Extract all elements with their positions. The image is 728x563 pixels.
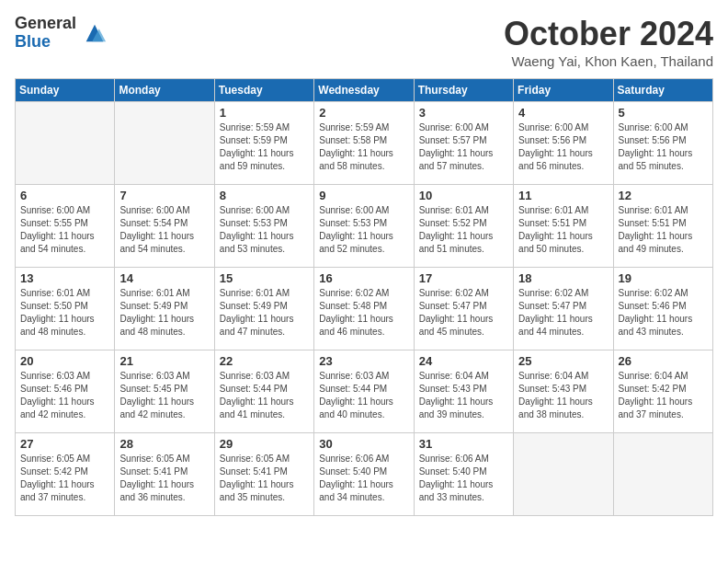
day-number: 28 xyxy=(119,437,209,451)
day-number: 1 xyxy=(220,106,309,120)
day-info: Sunrise: 6:03 AMSunset: 5:46 PMDaylight:… xyxy=(20,370,109,421)
day-info: Sunrise: 6:00 AMSunset: 5:57 PMDaylight:… xyxy=(419,121,508,173)
day-info: Sunrise: 6:04 AMSunset: 5:43 PMDaylight:… xyxy=(518,370,608,421)
day-number: 21 xyxy=(119,354,209,368)
calendar-week-row: 27Sunrise: 6:05 AMSunset: 5:42 PMDayligh… xyxy=(16,433,713,516)
day-number: 22 xyxy=(220,354,309,368)
day-info: Sunrise: 6:01 AMSunset: 5:50 PMDaylight:… xyxy=(20,287,109,339)
weekday-header-row: SundayMondayTuesdayWednesdayThursdayFrid… xyxy=(16,79,713,102)
day-number: 13 xyxy=(20,271,109,285)
day-number: 18 xyxy=(518,271,608,285)
title-section: October 2024 Waeng Yai, Khon Kaen, Thail… xyxy=(504,15,713,69)
page-header: General Blue October 2024 Waeng Yai, Kho… xyxy=(15,15,713,69)
day-info: Sunrise: 6:00 AMSunset: 5:54 PMDaylight:… xyxy=(119,204,209,256)
calendar-cell: 4Sunrise: 6:00 AMSunset: 5:56 PMDaylight… xyxy=(514,102,613,185)
month-title: October 2024 xyxy=(504,15,713,53)
day-number: 10 xyxy=(419,189,508,202)
day-info: Sunrise: 5:59 AMSunset: 5:59 PMDaylight:… xyxy=(220,121,309,173)
calendar-cell: 11Sunrise: 6:01 AMSunset: 5:51 PMDayligh… xyxy=(514,185,613,268)
day-number: 20 xyxy=(20,354,109,368)
calendar-cell: 31Sunrise: 6:06 AMSunset: 5:40 PMDayligh… xyxy=(414,433,513,516)
calendar-cell: 19Sunrise: 6:02 AMSunset: 5:46 PMDayligh… xyxy=(613,268,712,350)
day-number: 31 xyxy=(419,437,508,451)
day-number: 17 xyxy=(419,271,508,285)
day-info: Sunrise: 6:03 AMSunset: 5:44 PMDaylight:… xyxy=(220,370,309,421)
calendar-cell: 30Sunrise: 6:06 AMSunset: 5:40 PMDayligh… xyxy=(314,433,414,516)
weekday-header: Wednesday xyxy=(314,79,414,102)
day-number: 19 xyxy=(619,271,708,285)
calendar-cell: 6Sunrise: 6:00 AMSunset: 5:55 PMDaylight… xyxy=(16,185,115,268)
day-number: 11 xyxy=(518,189,608,202)
logo-blue-text: Blue xyxy=(15,33,76,52)
weekday-header: Saturday xyxy=(613,79,712,102)
calendar-cell xyxy=(514,433,613,516)
calendar-cell: 23Sunrise: 6:03 AMSunset: 5:44 PMDayligh… xyxy=(314,350,414,433)
calendar-cell: 2Sunrise: 5:59 AMSunset: 5:58 PMDaylight… xyxy=(314,102,414,185)
calendar-cell: 14Sunrise: 6:01 AMSunset: 5:49 PMDayligh… xyxy=(115,268,214,350)
day-number: 8 xyxy=(220,189,309,202)
calendar-cell: 9Sunrise: 6:00 AMSunset: 5:53 PMDaylight… xyxy=(314,185,414,268)
day-info: Sunrise: 6:00 AMSunset: 5:53 PMDaylight:… xyxy=(319,204,408,256)
day-info: Sunrise: 6:00 AMSunset: 5:56 PMDaylight:… xyxy=(518,121,608,173)
calendar-cell: 10Sunrise: 6:01 AMSunset: 5:52 PMDayligh… xyxy=(414,185,513,268)
day-number: 12 xyxy=(619,189,708,202)
calendar-cell: 28Sunrise: 6:05 AMSunset: 5:41 PMDayligh… xyxy=(115,433,214,516)
day-info: Sunrise: 6:02 AMSunset: 5:46 PMDaylight:… xyxy=(619,287,708,339)
day-number: 9 xyxy=(319,189,408,202)
calendar-week-row: 1Sunrise: 5:59 AMSunset: 5:59 PMDaylight… xyxy=(16,102,713,185)
weekday-header: Friday xyxy=(514,79,613,102)
day-info: Sunrise: 6:05 AMSunset: 5:41 PMDaylight:… xyxy=(220,453,309,504)
calendar-cell: 12Sunrise: 6:01 AMSunset: 5:51 PMDayligh… xyxy=(613,185,712,268)
calendar-cell: 21Sunrise: 6:03 AMSunset: 5:45 PMDayligh… xyxy=(115,350,214,433)
day-info: Sunrise: 6:01 AMSunset: 5:52 PMDaylight:… xyxy=(419,204,508,256)
weekday-header: Monday xyxy=(115,79,214,102)
calendar-cell: 17Sunrise: 6:02 AMSunset: 5:47 PMDayligh… xyxy=(414,268,513,350)
day-info: Sunrise: 6:06 AMSunset: 5:40 PMDaylight:… xyxy=(319,453,408,504)
day-info: Sunrise: 6:05 AMSunset: 5:42 PMDaylight:… xyxy=(20,453,109,504)
day-info: Sunrise: 6:00 AMSunset: 5:56 PMDaylight:… xyxy=(619,121,708,173)
day-info: Sunrise: 6:03 AMSunset: 5:45 PMDaylight:… xyxy=(119,370,209,421)
day-info: Sunrise: 6:00 AMSunset: 5:53 PMDaylight:… xyxy=(220,204,309,256)
day-number: 7 xyxy=(119,189,209,202)
calendar-cell: 18Sunrise: 6:02 AMSunset: 5:47 PMDayligh… xyxy=(514,268,613,350)
day-number: 16 xyxy=(319,271,408,285)
day-number: 30 xyxy=(319,437,408,451)
day-info: Sunrise: 6:01 AMSunset: 5:51 PMDaylight:… xyxy=(619,204,708,256)
day-number: 5 xyxy=(619,106,708,120)
calendar-week-row: 20Sunrise: 6:03 AMSunset: 5:46 PMDayligh… xyxy=(16,350,713,433)
calendar-table: SundayMondayTuesdayWednesdayThursdayFrid… xyxy=(15,78,713,516)
calendar-cell: 7Sunrise: 6:00 AMSunset: 5:54 PMDaylight… xyxy=(115,185,214,268)
weekday-header: Tuesday xyxy=(214,79,313,102)
day-info: Sunrise: 6:02 AMSunset: 5:47 PMDaylight:… xyxy=(419,287,508,339)
calendar-cell: 13Sunrise: 6:01 AMSunset: 5:50 PMDayligh… xyxy=(16,268,115,350)
weekday-header: Thursday xyxy=(414,79,513,102)
day-info: Sunrise: 6:03 AMSunset: 5:44 PMDaylight:… xyxy=(319,370,408,421)
day-number: 2 xyxy=(319,106,408,120)
logo-general-text: General xyxy=(15,15,76,33)
day-number: 3 xyxy=(419,106,508,120)
location-text: Waeng Yai, Khon Kaen, Thailand xyxy=(504,53,713,69)
calendar-cell: 24Sunrise: 6:04 AMSunset: 5:43 PMDayligh… xyxy=(414,350,513,433)
logo-icon xyxy=(82,20,108,46)
calendar-cell: 27Sunrise: 6:05 AMSunset: 5:42 PMDayligh… xyxy=(16,433,115,516)
calendar-cell: 15Sunrise: 6:01 AMSunset: 5:49 PMDayligh… xyxy=(214,268,313,350)
day-info: Sunrise: 5:59 AMSunset: 5:58 PMDaylight:… xyxy=(319,121,408,173)
weekday-header: Sunday xyxy=(16,79,115,102)
calendar-cell: 25Sunrise: 6:04 AMSunset: 5:43 PMDayligh… xyxy=(514,350,613,433)
day-number: 25 xyxy=(518,354,608,368)
day-info: Sunrise: 6:04 AMSunset: 5:42 PMDaylight:… xyxy=(619,370,708,421)
day-info: Sunrise: 6:04 AMSunset: 5:43 PMDaylight:… xyxy=(419,370,508,421)
calendar-cell: 8Sunrise: 6:00 AMSunset: 5:53 PMDaylight… xyxy=(214,185,313,268)
calendar-cell: 1Sunrise: 5:59 AMSunset: 5:59 PMDaylight… xyxy=(214,102,313,185)
day-info: Sunrise: 6:01 AMSunset: 5:51 PMDaylight:… xyxy=(518,204,608,256)
calendar-cell: 3Sunrise: 6:00 AMSunset: 5:57 PMDaylight… xyxy=(414,102,513,185)
day-info: Sunrise: 6:02 AMSunset: 5:47 PMDaylight:… xyxy=(518,287,608,339)
day-number: 29 xyxy=(220,437,309,451)
calendar-cell: 26Sunrise: 6:04 AMSunset: 5:42 PMDayligh… xyxy=(613,350,712,433)
calendar-cell: 5Sunrise: 6:00 AMSunset: 5:56 PMDaylight… xyxy=(613,102,712,185)
day-info: Sunrise: 6:00 AMSunset: 5:55 PMDaylight:… xyxy=(20,204,109,256)
calendar-cell: 29Sunrise: 6:05 AMSunset: 5:41 PMDayligh… xyxy=(214,433,313,516)
day-number: 14 xyxy=(119,271,209,285)
calendar-cell: 20Sunrise: 6:03 AMSunset: 5:46 PMDayligh… xyxy=(16,350,115,433)
day-info: Sunrise: 6:01 AMSunset: 5:49 PMDaylight:… xyxy=(119,287,209,339)
